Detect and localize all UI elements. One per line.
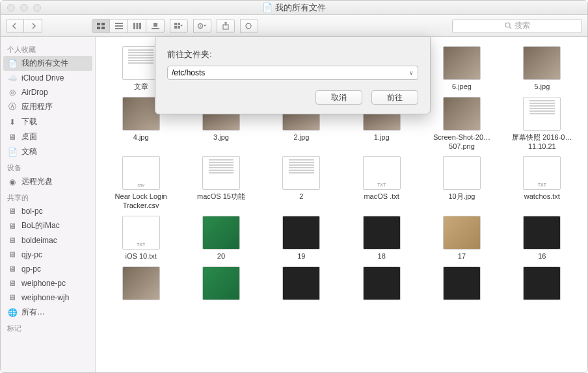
file-item[interactable]: iOS 10.txt <box>102 216 180 261</box>
file-item[interactable]: macOS 15功能 <box>182 156 260 211</box>
sidebar-item[interactable]: 🖥BoL的iMac <box>1 218 95 233</box>
folder-path-input[interactable] <box>167 66 408 80</box>
svg-rect-13 <box>178 23 180 25</box>
file-item[interactable]: watchos.txt <box>503 156 581 211</box>
file-item[interactable]: 18 <box>343 216 420 261</box>
svg-rect-3 <box>101 27 105 29</box>
sidebar-item[interactable]: 🖥boldeimac <box>1 233 95 248</box>
tags-button[interactable] <box>240 19 258 33</box>
icon-view-button[interactable] <box>92 19 110 33</box>
search-field[interactable]: 搜索 <box>452 19 582 33</box>
file-item[interactable]: 19 <box>263 216 340 261</box>
cloud-icon: ☁️ <box>7 73 18 83</box>
file-thumbnail <box>282 266 320 300</box>
file-item[interactable]: 10月.jpg <box>423 156 500 211</box>
sidebar-item-label: weiphone-wjh <box>21 293 69 302</box>
svg-rect-11 <box>152 28 159 29</box>
svg-rect-0 <box>97 23 100 25</box>
sidebar-item[interactable]: ◎AirDrop <box>1 85 95 99</box>
file-label: Near Lock Login Tracker.csv <box>105 192 177 211</box>
svg-rect-5 <box>115 25 123 27</box>
sidebar: 个人收藏📄我的所有文件☁️iCloud Drive◎AirDropⒶ应用程序⬇下… <box>1 37 96 372</box>
window-title: 📄 我的所有文件 <box>1 2 587 14</box>
file-item[interactable]: 2 <box>263 156 340 211</box>
sidebar-heading: 个人收藏 <box>1 41 95 56</box>
sidebar-item[interactable]: 🖥bol-pc <box>1 204 95 218</box>
globe-icon: 🌐 <box>7 307 18 318</box>
file-label: 屏幕快照 2016-0…11.10.21 <box>506 133 578 151</box>
file-item[interactable]: Screen-Shot-20…507.png <box>423 97 500 151</box>
file-thumbnail <box>282 216 320 250</box>
file-item[interactable] <box>503 266 581 303</box>
pc-icon: 🖥 <box>7 264 18 274</box>
file-item[interactable] <box>102 266 180 303</box>
file-label: 4.jpg <box>133 133 149 142</box>
sidebar-item[interactable]: 🖥qjy-pc <box>1 248 95 262</box>
sidebar-item-label: qjy-pc <box>21 250 42 259</box>
sidebar-item-label: BoL的iMac <box>21 220 60 231</box>
apps-icon: Ⓐ <box>7 102 18 112</box>
file-thumbnail <box>443 97 481 131</box>
view-mode-buttons <box>92 19 165 33</box>
file-thumbnail <box>122 46 160 80</box>
file-thumbnail <box>443 266 481 300</box>
sidebar-item[interactable]: 🖥qp-pc <box>1 262 95 276</box>
action-button[interactable] <box>193 19 211 33</box>
back-button[interactable] <box>6 19 24 33</box>
file-item[interactable]: Near Lock Login Tracker.csv <box>102 156 180 211</box>
svg-rect-2 <box>97 27 100 29</box>
sidebar-item[interactable]: 📄我的所有文件 <box>3 56 92 71</box>
svg-rect-1 <box>101 23 105 25</box>
sidebar-item[interactable]: 🖥weiphone-wjh <box>1 290 95 305</box>
sidebar-item-label: 应用程序 <box>21 101 53 112</box>
file-thumbnail <box>282 156 320 190</box>
coverflow-view-button[interactable] <box>146 19 165 33</box>
sidebar-item[interactable]: ☁️iCloud Drive <box>1 71 95 85</box>
share-button[interactable] <box>217 19 235 33</box>
go-button[interactable]: 前往 <box>371 90 418 105</box>
file-thumbnail <box>363 216 401 250</box>
svg-point-17 <box>200 25 201 27</box>
sidebar-item[interactable]: ⬇下载 <box>1 114 95 129</box>
sidebar-item[interactable]: 📄文稿 <box>1 144 95 159</box>
cancel-button[interactable]: 取消 <box>315 90 362 105</box>
file-item[interactable]: 17 <box>423 216 500 261</box>
file-item[interactable]: 屏幕快照 2016-0…11.10.21 <box>503 97 581 151</box>
documents-icon: 📄 <box>7 147 18 157</box>
file-thumbnail <box>202 266 240 300</box>
sidebar-item[interactable]: 🖥桌面 <box>1 129 95 144</box>
pc-icon: 🖥 <box>7 206 18 216</box>
file-item[interactable] <box>182 266 260 303</box>
svg-point-20 <box>505 23 510 27</box>
files-icon: 📄 <box>7 58 18 69</box>
sidebar-item-label: bol-pc <box>21 207 43 216</box>
file-label: 5.jpg <box>534 83 550 92</box>
file-thumbnail <box>523 46 561 80</box>
file-item[interactable]: 5.jpg <box>503 46 581 92</box>
file-thumbnail <box>122 156 160 190</box>
file-item[interactable]: macOS .txt <box>343 156 420 211</box>
forward-button[interactable] <box>24 19 42 33</box>
column-view-button[interactable] <box>128 19 146 33</box>
sidebar-item[interactable]: 🖥weiphone-pc <box>1 276 95 290</box>
file-thumbnail <box>122 266 160 300</box>
pc-icon: 🖥 <box>7 292 18 303</box>
file-item[interactable] <box>423 266 500 303</box>
sidebar-item[interactable]: 🌐所有… <box>1 305 95 320</box>
file-label: 1.jpg <box>374 133 390 142</box>
file-label: 18 <box>378 252 386 261</box>
sidebar-item[interactable]: ◉远程光盘 <box>1 174 95 189</box>
sidebar-heading: 标记 <box>1 320 95 335</box>
file-item[interactable] <box>343 266 420 303</box>
toolbar: 搜索 <box>1 15 587 37</box>
file-item[interactable] <box>263 266 340 303</box>
file-item[interactable]: 20 <box>182 216 260 261</box>
sidebar-item[interactable]: Ⓐ应用程序 <box>1 99 95 114</box>
file-label: 2.jpg <box>293 133 309 142</box>
list-view-button[interactable] <box>110 19 128 33</box>
titlebar: 📄 我的所有文件 <box>1 1 587 15</box>
file-item[interactable]: 6.jpeg <box>423 46 500 92</box>
file-item[interactable]: 16 <box>503 216 581 261</box>
path-history-dropdown[interactable]: ∨ <box>405 66 418 80</box>
arrange-button[interactable] <box>170 19 188 33</box>
